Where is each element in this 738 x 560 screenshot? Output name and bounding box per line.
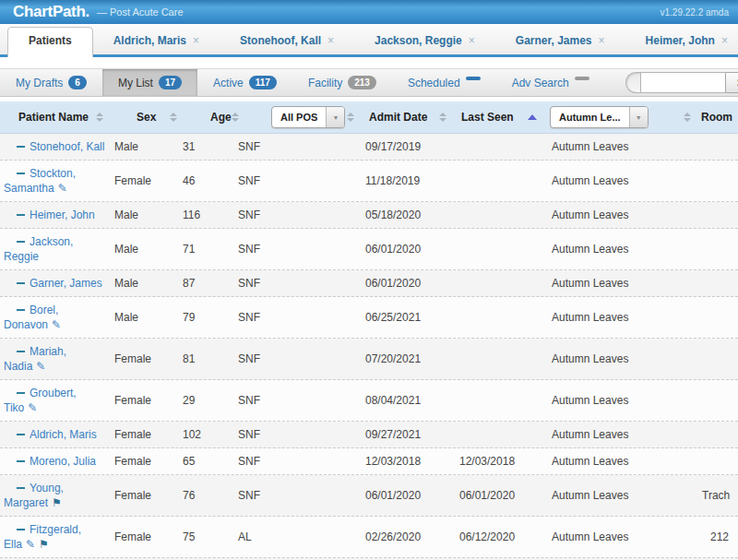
patient-room (696, 209, 738, 220)
spacer (0, 57, 738, 68)
pos-filter-select[interactable]: All POS ▼ (271, 106, 345, 128)
collapse-row-icon[interactable] (17, 241, 25, 243)
sort-ascending-icon[interactable] (528, 114, 537, 120)
sort-icon[interactable] (96, 113, 103, 122)
column-header-sex[interactable]: Sex (109, 101, 183, 133)
column-header-patient-name[interactable]: Patient Name (0, 101, 109, 133)
collapse-row-icon[interactable] (17, 173, 25, 174)
count-badge: 17 (159, 76, 182, 89)
sort-icon[interactable] (347, 113, 354, 122)
column-header-admit-date[interactable]: Admit Date (360, 101, 452, 133)
tab-patient[interactable]: Jackson, Reggie× (354, 28, 495, 54)
patient-room (696, 175, 738, 186)
tab-bar: Patients Aldrich, Maris×Stonehoof, Kall×… (0, 24, 738, 54)
filter-tab-my-list[interactable]: My List17 (102, 69, 197, 96)
collapse-row-icon[interactable] (17, 146, 25, 148)
close-icon[interactable]: × (599, 34, 605, 47)
tab-patient-label: Jackson, Reggie (375, 34, 462, 47)
collapse-row-icon[interactable] (17, 214, 25, 216)
table-row[interactable]: Garner, JamesMale87SNF06/01/2020Autumn L… (0, 270, 738, 297)
filter-tab-active[interactable]: Active117 (197, 69, 292, 96)
patient-name-link[interactable]: Groubert, Tiko (4, 387, 77, 414)
patient-name-link[interactable]: Jackson, Reggie (4, 235, 73, 263)
patient-admit-date: 11/18/2019 (360, 168, 452, 194)
collapse-row-icon[interactable] (17, 529, 25, 530)
chevron-down-icon: ▼ (326, 107, 344, 127)
edit-note-icon[interactable]: ✎ (58, 182, 67, 195)
table-row[interactable]: Mariah, Nadia✎Female81SNF07/20/2021Autum… (0, 339, 738, 380)
patient-pos: SNF (238, 202, 360, 228)
edit-note-icon[interactable]: ✎ (28, 401, 37, 414)
column-header-age[interactable]: Age (183, 101, 238, 133)
column-header-room[interactable]: Room (696, 101, 738, 133)
patient-room (696, 353, 738, 364)
patient-last-seen (452, 395, 544, 406)
table-row[interactable]: Aldrich, MarisFemale102SNF09/27/2021Autu… (0, 422, 738, 448)
table-row[interactable]: Stockton, Samantha✎Female46SNF11/18/2019… (0, 161, 738, 202)
edit-note-icon[interactable]: ✎ (36, 360, 45, 373)
column-header-facility: Autumn Le... ▼ (544, 101, 696, 133)
table-row[interactable]: Heimer, JohnMale116SNF05/18/2020Autumn L… (0, 202, 738, 229)
patient-name-link[interactable]: Garner, James (30, 277, 102, 290)
sort-icon[interactable] (684, 113, 691, 122)
patient-room (696, 141, 738, 152)
patient-name-cell: Aldrich, Maris (0, 422, 109, 447)
search-button[interactable]: Search (725, 72, 738, 93)
patient-pos: AL (238, 524, 360, 550)
tab-patient[interactable]: Stonehoof, Kall× (220, 28, 354, 54)
patient-sex: Male (109, 134, 183, 160)
search-input[interactable] (640, 72, 725, 93)
table-row[interactable]: Jackson, ReggieMale71SNF06/01/2020Autumn… (0, 229, 738, 270)
close-icon[interactable]: × (469, 34, 475, 47)
patient-last-seen: 06/01/2020 (452, 483, 544, 508)
collapse-row-icon[interactable] (17, 282, 25, 284)
table-row[interactable]: Borel, Donavon✎Male79SNF06/25/2021Autumn… (0, 297, 738, 339)
sort-icon[interactable] (170, 113, 177, 122)
tab-patients[interactable]: Patients (7, 27, 93, 57)
filter-tab-scheduled[interactable]: Scheduled (392, 69, 496, 96)
close-icon[interactable]: × (327, 34, 334, 47)
tab-patient[interactable]: Heimer, John× (625, 28, 738, 54)
tab-patient[interactable]: Aldrich, Maris× (93, 28, 220, 54)
patient-name-link[interactable]: Aldrich, Maris (30, 428, 97, 441)
facility-filter-select[interactable]: Autumn Le... ▼ (550, 106, 649, 128)
patient-pos: SNF (238, 346, 360, 372)
table-row[interactable]: Groubert, Tiko✎Female29SNF08/04/2021Autu… (0, 380, 738, 422)
sort-icon[interactable] (439, 113, 446, 122)
patient-name-link[interactable]: Borel, Donavon (4, 304, 58, 331)
patient-room (696, 312, 738, 323)
column-label: Patient Name (18, 111, 89, 124)
patient-name-link[interactable]: Mariah, Nadia (4, 345, 66, 373)
patient-name-link[interactable]: Moreno, Julia (30, 455, 96, 468)
collapse-row-icon[interactable] (17, 309, 25, 311)
filter-tab-adv-search[interactable]: Adv Search (496, 69, 605, 96)
close-icon[interactable]: × (193, 34, 199, 47)
filter-tab-my-drafts[interactable]: My Drafts6 (0, 69, 102, 96)
table-row[interactable]: Stonehoof, KallMale31SNF09/17/2019Autumn… (0, 134, 738, 161)
table-row[interactable]: Moreno, JuliaFemale65SNF12/03/201812/03/… (0, 448, 738, 475)
close-icon[interactable]: × (721, 34, 728, 47)
collapse-row-icon[interactable] (17, 351, 25, 352)
table-header: Patient Name Sex Age All POS ▼ Admit Dat… (0, 101, 738, 134)
patient-name-link[interactable]: Heimer, John (30, 209, 95, 221)
column-label: Sex (137, 111, 156, 124)
column-header-last-seen[interactable]: Last Seen (452, 101, 544, 133)
collapse-row-icon[interactable] (17, 434, 25, 435)
column-header-pos: All POS ▼ (238, 101, 360, 133)
collapse-row-icon[interactable] (17, 460, 25, 462)
column-label: Last Seen (461, 111, 514, 124)
collapse-row-icon[interactable] (17, 392, 25, 394)
collapse-row-icon[interactable] (17, 487, 25, 489)
patient-name-cell: Groubert, Tiko✎ (0, 380, 109, 421)
patient-name-link[interactable]: Stonehoof, Kall (30, 140, 104, 153)
patient-facility: Autumn Leaves (544, 134, 696, 160)
app-logo: ChartPath. (13, 3, 89, 21)
edit-note-icon[interactable]: ✎ (52, 318, 61, 331)
table-row[interactable]: Young, Margaret⚑Female76SNF06/01/202006/… (0, 475, 738, 517)
patient-room (696, 244, 738, 255)
filter-tab-facility[interactable]: Facility213 (292, 69, 392, 96)
edit-note-icon[interactable]: ✎ (26, 538, 35, 551)
table-row[interactable]: Fitzgerald, Ella✎⚑Female75AL02/26/202006… (0, 517, 738, 558)
flag-icon: ⚑ (52, 496, 62, 509)
tab-patient[interactable]: Garner, James× (495, 28, 625, 54)
